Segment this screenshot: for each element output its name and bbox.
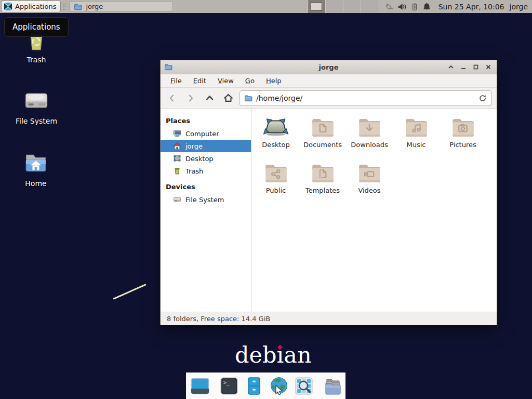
- file-item-label: Public: [266, 187, 286, 194]
- volume-icon[interactable]: [397, 2, 407, 11]
- terminal-icon: >_: [219, 376, 240, 396]
- menubar: File Edit View Go Help: [161, 74, 497, 88]
- desktop-icon: [173, 154, 181, 163]
- menu-view[interactable]: View: [213, 75, 238, 86]
- file-item-documents[interactable]: Documents: [299, 114, 346, 159]
- xfce-menu-icon: [4, 2, 12, 11]
- svg-text:>_: >_: [223, 380, 230, 386]
- sidebar-item-trash[interactable]: Trash: [161, 165, 251, 177]
- file-item-downloads[interactable]: Downloads: [346, 114, 393, 159]
- file-item-label: Desktop: [262, 141, 290, 149]
- show-desktop-button[interactable]: [190, 376, 210, 396]
- notification-bell-icon[interactable]: [422, 2, 431, 11]
- up-button[interactable]: [202, 91, 217, 105]
- folder-button[interactable]: [323, 376, 343, 396]
- folder-icon: [323, 376, 343, 396]
- applications-menu-label: Applications: [15, 3, 56, 10]
- sidebar-item-file-system[interactable]: File System: [161, 193, 251, 206]
- shade-button[interactable]: [445, 62, 456, 73]
- taskbar-window-button[interactable]: jorge: [69, 1, 173, 12]
- folder-icon: [244, 94, 252, 102]
- home-button[interactable]: [221, 91, 235, 105]
- user-home-icon: [173, 142, 181, 150]
- music-folder-icon: [402, 114, 430, 140]
- sidebar-item-label: Trash: [185, 167, 203, 175]
- public-folder-icon: [262, 159, 290, 185]
- panel-clock[interactable]: Sun 25 Apr, 10:06: [438, 3, 504, 11]
- toolbar: [161, 88, 497, 109]
- web-browser-icon: [269, 376, 289, 396]
- maximize-button[interactable]: [470, 62, 481, 73]
- workspace-window-miniature: [311, 3, 322, 11]
- videos-folder-icon: [355, 159, 383, 185]
- desktop-icon-label: File System: [16, 117, 57, 125]
- sidebar-item-jorge[interactable]: jorge: [161, 140, 251, 152]
- menu-help[interactable]: Help: [261, 75, 286, 86]
- statusbar-text: 8 folders, Free space: 14.4 GiB: [167, 315, 270, 323]
- file-item-label: Videos: [358, 187, 380, 194]
- taskbar-window-label: jorge: [86, 3, 103, 10]
- file-item-label: Pictures: [449, 141, 476, 149]
- workspace-pager[interactable]: [308, 0, 378, 13]
- wallpaper-swirl-line: [113, 284, 146, 300]
- desktop-special-icon: [262, 114, 290, 140]
- panel-handle[interactable]: [62, 3, 66, 11]
- sidebar-header-devices: Devices: [161, 180, 251, 193]
- file-item-desktop[interactable]: Desktop: [252, 114, 299, 159]
- desktop-icon-file-system[interactable]: File System: [11, 87, 61, 125]
- menu-edit[interactable]: Edit: [189, 75, 211, 86]
- network-offline-icon[interactable]: [383, 2, 394, 11]
- back-button[interactable]: [165, 91, 179, 105]
- workspace-4[interactable]: [361, 0, 378, 13]
- harddrive-icon: [23, 87, 50, 114]
- workspace-3[interactable]: [343, 0, 361, 13]
- menu-go[interactable]: Go: [241, 75, 259, 86]
- file-item-videos[interactable]: Videos: [346, 159, 393, 205]
- trash-icon: [173, 167, 181, 175]
- reload-button[interactable]: [478, 94, 487, 102]
- close-button[interactable]: [483, 62, 494, 73]
- folder-icon: [74, 3, 82, 11]
- file-cabinet-button[interactable]: [244, 376, 264, 396]
- applications-tooltip: Applications: [4, 17, 69, 37]
- dock-panel: >_: [186, 373, 345, 399]
- desktop-icon-label: Trash: [27, 56, 46, 64]
- forward-button[interactable]: [183, 91, 198, 105]
- file-grid: Desktop Documents: [251, 109, 497, 312]
- pictures-folder-icon: [449, 114, 477, 140]
- minimize-button[interactable]: [458, 62, 469, 73]
- sidebar-item-desktop[interactable]: Desktop: [161, 152, 251, 165]
- workspace-2[interactable]: [325, 0, 343, 13]
- file-item-public[interactable]: Public: [252, 159, 299, 205]
- harddrive-icon: [173, 195, 181, 204]
- application-finder-button[interactable]: [294, 376, 314, 396]
- file-item-music[interactable]: Music: [393, 114, 440, 159]
- desktop-icon-home[interactable]: Home: [11, 150, 61, 188]
- file-item-label: Music: [407, 141, 426, 149]
- sidebar-item-label: jorge: [185, 142, 203, 150]
- sidebar-item-label: File System: [185, 196, 224, 204]
- sidebar: Places Computer: [161, 109, 251, 312]
- power-battery-icon[interactable]: [410, 2, 419, 11]
- documents-folder-icon: [309, 114, 337, 140]
- file-item-templates[interactable]: Templates: [299, 159, 346, 205]
- workspace-1[interactable]: [308, 0, 325, 13]
- file-item-label: Templates: [305, 187, 340, 194]
- home-folder-icon: [22, 150, 49, 177]
- show-desktop-icon: [190, 376, 210, 396]
- file-item-pictures[interactable]: Pictures: [440, 114, 486, 159]
- terminal-button[interactable]: >_: [219, 376, 240, 396]
- path-input[interactable]: [256, 94, 475, 102]
- computer-icon: [173, 129, 181, 138]
- tooltip-text: Applications: [12, 22, 60, 32]
- templates-folder-icon: [309, 159, 337, 185]
- location-bar[interactable]: [240, 90, 491, 106]
- panel-username[interactable]: jorge: [510, 3, 528, 11]
- top-panel: Applications jorge: [0, 0, 532, 14]
- sidebar-item-computer[interactable]: Computer: [161, 127, 251, 140]
- window-titlebar[interactable]: jorge: [161, 60, 497, 74]
- applications-menu-button[interactable]: Applications: [1, 1, 61, 12]
- file-item-label: Downloads: [351, 141, 388, 149]
- web-browser-button[interactable]: [269, 376, 289, 396]
- menu-file[interactable]: File: [166, 75, 187, 86]
